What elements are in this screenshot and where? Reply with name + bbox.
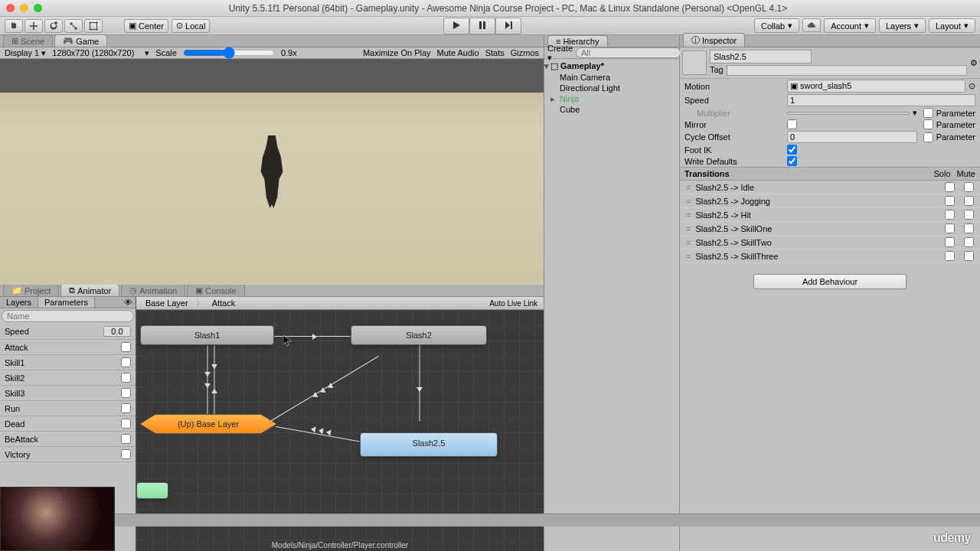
mute-check[interactable] [964, 251, 974, 261]
transition-row[interactable]: =Slash2.5 -> SkillTwo [680, 236, 980, 249]
param-value-check[interactable] [121, 388, 131, 398]
param-row[interactable]: Speed [0, 324, 136, 340]
mute-check[interactable] [964, 196, 974, 206]
mute-check[interactable] [964, 223, 974, 233]
param-value-check[interactable] [121, 373, 131, 383]
transition-row[interactable]: =Slash2.5 -> Jogging [680, 194, 980, 208]
breadcrumb-attack[interactable]: Attack [209, 298, 239, 308]
maximize-icon[interactable] [34, 4, 42, 12]
pivot-toggle[interactable]: ▣ Center [124, 19, 168, 33]
mirror-check[interactable] [787, 119, 797, 129]
breadcrumb-base[interactable]: Base Layer [142, 298, 191, 308]
rect-tool-button[interactable] [84, 19, 103, 33]
step-button[interactable] [495, 18, 521, 34]
solo-check[interactable] [945, 196, 955, 206]
drag-handle-icon[interactable]: = [686, 183, 691, 192]
collab-dropdown[interactable]: Collab ▾ [754, 18, 799, 33]
param-row[interactable]: Skill3 [0, 386, 136, 401]
state-up-base-layer[interactable]: (Up) Base Layer [140, 414, 276, 434]
transition-row[interactable]: =Slash2.5 -> SkillThree [680, 249, 980, 263]
mute-check[interactable] [964, 182, 974, 192]
param-search-input[interactable] [2, 310, 134, 322]
param-row[interactable]: Attack [0, 340, 136, 355]
drag-handle-icon[interactable]: = [686, 210, 691, 220]
tab-scene[interactable]: ⊞ Scene [3, 34, 53, 47]
display-dropdown[interactable]: Display 1 ▾ [5, 48, 46, 58]
param-row[interactable]: Dead [0, 416, 136, 432]
state-slash25[interactable]: Slash2.5 [360, 432, 498, 457]
maximize-toggle[interactable]: Maximize On Play [363, 48, 431, 57]
mirror-param-check[interactable] [923, 119, 933, 129]
resolution-dropdown[interactable]: 980x551 (980x551) [52, 48, 134, 57]
layout-dropdown[interactable]: Layout ▾ [929, 18, 975, 33]
cycle-param-check[interactable] [923, 132, 933, 142]
hand-tool-button[interactable] [5, 19, 23, 33]
speed-field[interactable] [787, 94, 975, 106]
parameters-subtab[interactable]: Parameters [38, 297, 95, 308]
drag-handle-icon[interactable]: = [686, 197, 691, 206]
param-value-field[interactable] [103, 326, 131, 337]
param-value-check[interactable] [121, 403, 131, 413]
layers-subtab[interactable]: Layers [0, 297, 38, 308]
minimize-icon[interactable] [20, 4, 28, 12]
tab-project[interactable]: 📁 Project [3, 284, 59, 296]
gizmos-toggle[interactable]: Gizmos [511, 48, 539, 57]
param-value-check[interactable] [121, 434, 131, 444]
writedef-check[interactable] [787, 156, 797, 166]
mute-check[interactable] [964, 237, 974, 247]
hierarchy-search[interactable] [576, 47, 681, 58]
state-slash1[interactable]: Slash1 [140, 325, 274, 345]
close-icon[interactable] [6, 4, 15, 12]
multiplier-param-check[interactable] [923, 108, 933, 118]
account-dropdown[interactable]: Account ▾ [824, 18, 876, 33]
eye-icon[interactable]: 👁 [121, 297, 136, 308]
hierarchy-root[interactable]: ▾⬚ Gameplay* [544, 60, 679, 72]
solo-check[interactable] [945, 182, 955, 192]
drag-handle-icon[interactable]: = [686, 238, 691, 247]
tab-console[interactable]: ▣ Console [187, 284, 244, 296]
param-value-check[interactable] [121, 357, 131, 367]
tab-animator[interactable]: ⧉ Animator [60, 284, 119, 296]
param-row[interactable]: Victory [0, 447, 136, 462]
param-row[interactable]: Run [0, 401, 136, 416]
state-slash2[interactable]: Slash2 [351, 325, 487, 345]
tab-game[interactable]: 🎮 Game [54, 34, 107, 47]
drag-handle-icon[interactable]: = [686, 224, 691, 233]
param-row[interactable]: Skill2 [0, 370, 136, 386]
param-value-check[interactable] [121, 342, 131, 352]
foldout-icon[interactable]: ▸ [550, 94, 555, 104]
mute-check[interactable] [964, 210, 974, 220]
add-behaviour-button[interactable]: Add Behaviour [753, 274, 906, 289]
scale-slider[interactable] [183, 47, 275, 59]
solo-check[interactable] [945, 251, 955, 261]
play-button[interactable] [443, 18, 469, 34]
state-name-field[interactable] [710, 50, 812, 64]
cycle-field[interactable] [787, 131, 917, 143]
motion-field[interactable]: ▣ sword_slash5 [787, 80, 965, 93]
param-value-check[interactable] [121, 419, 131, 429]
create-dropdown[interactable]: Create ▾ [547, 44, 573, 63]
solo-check[interactable] [945, 237, 955, 247]
transition-row[interactable]: =Slash2.5 -> Hit [680, 208, 980, 222]
rotate-tool-button[interactable] [44, 19, 63, 33]
gear-icon[interactable]: ⚙ [970, 58, 978, 68]
auto-live-link[interactable]: Auto Live Link [489, 299, 537, 308]
tab-inspector[interactable]: ⓘ Inspector [683, 33, 745, 47]
space-toggle[interactable]: ⊙ Local [172, 19, 210, 33]
hierarchy-item[interactable]: Directional Light [544, 83, 679, 93]
hierarchy-item[interactable]: Main Camera [544, 72, 679, 83]
cloud-button[interactable] [802, 18, 821, 32]
pause-button[interactable] [469, 18, 495, 34]
param-row[interactable]: Skill1 [0, 355, 136, 370]
transition-row[interactable]: =Slash2.5 -> Idle [680, 181, 980, 194]
tag-field[interactable] [727, 65, 967, 76]
solo-check[interactable] [945, 223, 955, 233]
solo-check[interactable] [945, 210, 955, 220]
state-icon[interactable] [682, 51, 707, 75]
footik-check[interactable] [787, 145, 797, 155]
hierarchy-item[interactable]: Cube [544, 104, 679, 115]
layers-dropdown[interactable]: Layers ▾ [879, 18, 926, 33]
transition-row[interactable]: =Slash2.5 -> SkillOne [680, 222, 980, 236]
drag-handle-icon[interactable]: = [686, 252, 691, 261]
mute-toggle[interactable]: Mute Audio [437, 48, 479, 57]
